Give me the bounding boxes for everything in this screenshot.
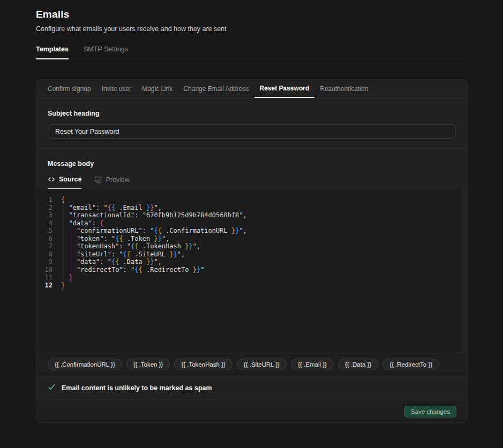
indent-guide-active (71, 227, 71, 282)
code-line-11: 11 } (36, 274, 467, 282)
emails-settings-page: Emails Configure what emails your users … (36, 0, 468, 423)
subject-input[interactable] (48, 124, 456, 139)
page-subtitle: Configure what emails your users receive… (36, 25, 468, 33)
code-line-2: 2 "email": "{{ .Email }}", (36, 204, 467, 212)
variable-chip-redirectto[interactable]: {{ .RedirectTo }} (382, 359, 439, 370)
template-tab-reauthentication[interactable]: Reauthentication (314, 80, 373, 98)
code-line-10: 10 "redirectTo": "{{ .RedirectTo }}" (36, 266, 467, 274)
indent-guide (63, 203, 63, 281)
line-number: 2 (36, 204, 52, 212)
variable-chip-confirmationurl[interactable]: {{ .ConfirmationURL }} (48, 359, 122, 370)
code-line-12: 12} (36, 282, 467, 290)
template-tab-reset-password[interactable]: Reset Password (254, 80, 315, 98)
monitor-icon (94, 176, 102, 183)
line-number: 6 (36, 235, 52, 243)
template-tab-confirm-signup[interactable]: Confirm signup (42, 80, 96, 98)
variable-chip-tokenhash[interactable]: {{ .TokenHash }} (174, 359, 232, 370)
code-line-3: 3 "transactionalId": "670fb9b125d9b784d0… (36, 211, 467, 219)
template-tab-bar: Confirm signupInvite userMagic LinkChang… (36, 80, 467, 98)
subject-heading-label: Subject heading (48, 110, 456, 117)
line-number: 11 (36, 274, 52, 282)
code-line-7: 7 "tokenHash": "{{ .TokenHash }}", (36, 242, 467, 250)
subject-section: Subject heading (36, 98, 467, 149)
outer-tab-bar: Templates SMTP Settings (36, 45, 468, 59)
email-template-card: Confirm signupInvite userMagic LinkChang… (36, 79, 468, 423)
code-line-9: 9 "data": "{{ .Data }}", (36, 258, 467, 266)
spam-check-row: Email content is unlikely to be marked a… (36, 376, 467, 400)
spam-check-message: Email content is unlikely to be marked a… (62, 384, 212, 392)
code-line-6: 6 "token": "{{ .Token }}", (36, 235, 467, 243)
code-line-8: 8 "siteUrl": "{{ .SiteURL }}", (36, 250, 467, 259)
variable-chip-email[interactable]: {{ .Email }} (291, 359, 334, 370)
check-icon (48, 383, 56, 393)
page-title: Emails (36, 9, 468, 20)
line-number: 3 (36, 211, 52, 219)
line-number: 12 (36, 282, 52, 290)
variable-chip-token[interactable]: {{ .Token }} (126, 359, 170, 370)
template-tab-invite-user[interactable]: Invite user (96, 80, 137, 98)
line-number: 10 (36, 266, 52, 274)
tab-preview[interactable]: Preview (94, 176, 129, 189)
line-number: 8 (36, 250, 52, 259)
editor-scrollbar[interactable] (461, 189, 467, 353)
save-changes-button[interactable]: Save changes (404, 406, 456, 417)
line-number: 1 (36, 196, 52, 204)
code-line-1: 1{ (36, 196, 467, 204)
code-line-4: 4 "data": { (36, 219, 467, 227)
tab-smtp-settings[interactable]: SMTP Settings (84, 45, 128, 59)
editor-mode-tabs: Source Preview (48, 176, 456, 189)
template-variables-row: {{ .ConfirmationURL }}{{ .Token }}{{ .To… (36, 353, 467, 376)
code-line-5: 5 "confirmationURL": "{{ .ConfirmationUR… (36, 227, 467, 235)
message-body-section: Message body Source (36, 149, 467, 189)
tab-source[interactable]: Source (48, 176, 81, 189)
template-tab-magic-link[interactable]: Magic Link (137, 80, 178, 98)
line-number: 4 (36, 219, 52, 227)
variable-chip-siteurl[interactable]: {{ .SiteURL }} (237, 359, 287, 370)
code-icon (48, 176, 55, 183)
line-number: 5 (36, 227, 52, 235)
tab-templates[interactable]: Templates (36, 45, 69, 59)
line-number: 7 (36, 242, 52, 250)
card-footer: Save changes (36, 400, 467, 423)
code-editor[interactable]: 1{2 "email": "{{ .Email }}",3 "transacti… (36, 189, 467, 353)
template-tab-change-email-address[interactable]: Change Email Address (178, 80, 254, 98)
variable-chip-data[interactable]: {{ .Data }} (338, 359, 378, 370)
line-number: 9 (36, 258, 52, 266)
message-body-label: Message body (48, 160, 456, 168)
